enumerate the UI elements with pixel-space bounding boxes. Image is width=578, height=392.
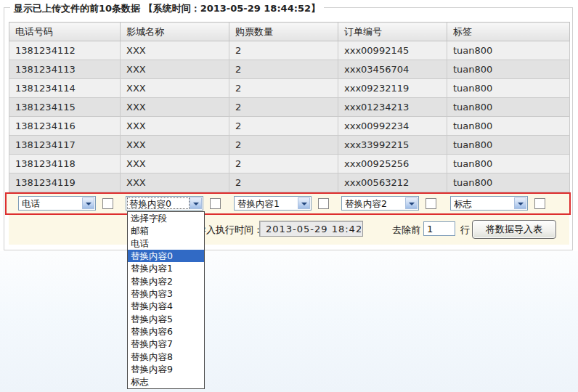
table-cell: tuan800 (447, 41, 570, 60)
apply-checkbox[interactable] (534, 198, 545, 209)
dropdown-option[interactable]: 标志 (128, 375, 204, 388)
table-cell: 1381234117 (9, 136, 121, 155)
dropdown-option[interactable]: 替换内容9 (128, 363, 204, 375)
table-cell: tuan800 (447, 117, 570, 136)
table-cell: tuan800 (447, 155, 570, 173)
remove-before-label: 去除前 (392, 224, 420, 237)
table-row: 1381234112XXX2xxx00992145tuan800 (9, 41, 570, 60)
page: 显示已上传文件的前10条数据 【系统时间：2013-05-29 18:44:52… (0, 0, 578, 392)
table-row: 1381234117XXX2xxx33992215tuan800 (9, 136, 570, 155)
table-cell: XXX (121, 155, 229, 173)
table-cell: xxx33992215 (338, 136, 447, 155)
dropdown-option[interactable]: 电话 (128, 237, 204, 250)
remove-rows-input[interactable] (423, 221, 455, 236)
chevron-down-icon[interactable] (405, 197, 418, 209)
column-header: 电话号码 (9, 23, 121, 41)
table-cell: 1381234114 (9, 79, 121, 98)
chevron-down-icon[interactable] (190, 197, 202, 209)
column-header: 购票数量 (229, 23, 338, 41)
table-row: 1381234115XXX2xxx01234213tuan800 (9, 98, 570, 117)
field-select-value: 电话 (22, 198, 40, 211)
dropdown-option[interactable]: 替换内容0 (128, 250, 204, 262)
table-cell: 1381234112 (9, 41, 121, 60)
table-cell: tuan800 (447, 79, 570, 98)
field-select-value: 标志 (454, 198, 472, 211)
exec-time-label: 导入执行时间： (197, 224, 263, 237)
panel-title: 显示已上传文件的前10条数据 (14, 3, 140, 14)
table-cell: xxx00563212 (338, 173, 447, 192)
dropdown-option[interactable]: 替换内容8 (128, 351, 204, 363)
dropdown-option[interactable]: 替换内容1 (128, 262, 204, 274)
dropdown-option[interactable]: 邮箱 (128, 224, 204, 237)
system-time: 【系统时间：2013-05-29 18:44:52】 (144, 3, 320, 14)
table-cell: xxx09232119 (338, 79, 447, 98)
dropdown-option[interactable]: 替换内容7 (128, 338, 204, 350)
field-select[interactable]: 替换内容1 (234, 196, 312, 211)
table-cell: tuan800 (447, 136, 570, 155)
field-dropdown-list: 选择字段邮箱电话替换内容0替换内容1替换内容2替换内容3替换内容4替换内容5替换… (127, 211, 205, 389)
table-cell: xxx03456704 (338, 60, 447, 79)
field-mapping-row: 电话替换内容0替换内容1替换内容2标志 (5, 192, 571, 215)
data-table-container: 电话号码影城名称购票数量订单编号标签 1381234112XXX2xxx0099… (9, 22, 569, 192)
table-cell: XXX (121, 60, 229, 79)
table-cell: 2 (229, 173, 338, 192)
column-header: 订单编号 (338, 23, 447, 41)
table-cell: tuan800 (447, 98, 570, 117)
import-data-button[interactable]: 将数据导入表 (472, 220, 556, 239)
table-row: 1381234113XXX2xxx03456704tuan800 (9, 60, 570, 79)
apply-checkbox[interactable] (102, 198, 113, 209)
apply-checkbox[interactable] (426, 198, 436, 209)
dropdown-option[interactable]: 替换内容2 (128, 275, 204, 287)
panel-legend: 显示已上传文件的前10条数据 【系统时间：2013-05-29 18:44:52… (10, 2, 324, 15)
field-select-value: 替换内容1 (237, 198, 280, 211)
dropdown-option[interactable]: 替换内容3 (128, 287, 204, 300)
dropdown-option[interactable]: 替换内容5 (128, 313, 204, 325)
dropdown-option[interactable]: 替换内容4 (128, 300, 204, 312)
table-cell: XXX (121, 136, 229, 155)
table-cell: 2 (229, 155, 338, 173)
table-cell: 1381234113 (9, 60, 121, 79)
field-select[interactable]: 替换内容2 (341, 196, 419, 211)
table-header-row: 电话号码影城名称购票数量订单编号标签 (9, 23, 570, 41)
chevron-down-icon[interactable] (82, 197, 94, 209)
column-header: 影城名称 (121, 23, 229, 41)
rows-unit-label: 行 (460, 224, 470, 237)
table-cell: 2 (229, 98, 338, 117)
dropdown-option[interactable]: 替换内容6 (128, 325, 204, 338)
table-cell: 2 (229, 117, 338, 136)
table-row: 1381234119XXX2xxx00563212tuan800 (9, 173, 570, 192)
apply-checkbox[interactable] (318, 198, 329, 209)
field-select[interactable]: 标志 (450, 196, 528, 211)
table-cell: XXX (121, 98, 229, 117)
table-cell: 2 (229, 41, 338, 60)
table-cell: 2 (229, 60, 338, 79)
field-select-value: 替换内容0 (129, 198, 171, 211)
data-table: 电话号码影城名称购票数量订单编号标签 1381234112XXX2xxx0099… (9, 22, 570, 192)
table-cell: XXX (121, 41, 229, 60)
chevron-down-icon[interactable] (298, 197, 310, 209)
field-select[interactable]: 电话 (18, 196, 96, 211)
table-cell: 2 (229, 79, 338, 98)
field-select[interactable]: 替换内容0 (126, 196, 203, 211)
table-cell: XXX (121, 173, 229, 192)
table-cell: XXX (121, 79, 229, 98)
table-cell: tuan800 (447, 173, 570, 192)
page-background (0, 251, 578, 392)
table-cell: 1381234115 (9, 98, 121, 117)
footer-bar: 导入执行时间： 去除前 行 将数据导入表 (9, 215, 569, 245)
table-row: 1381234114XXX2xxx09232119tuan800 (9, 79, 570, 98)
dropdown-option[interactable]: 选择字段 (128, 212, 204, 224)
table-cell: xxx00992234 (338, 117, 447, 136)
table-cell: xxx00992145 (338, 41, 447, 60)
chevron-down-icon[interactable] (514, 197, 526, 209)
apply-checkbox[interactable] (210, 198, 221, 209)
table-cell: XXX (121, 117, 229, 136)
table-cell: 2 (229, 136, 338, 155)
table-cell: tuan800 (447, 60, 570, 79)
table-cell: xxx00925256 (338, 155, 447, 173)
table-cell: xxx01234213 (338, 98, 447, 117)
table-row: 1381234116XXX2xxx00992234tuan800 (9, 117, 570, 136)
table-cell: 1381234116 (9, 117, 121, 136)
exec-time-input[interactable] (259, 221, 363, 237)
table-row: 1381234118XXX2xxx00925256tuan800 (9, 155, 570, 173)
